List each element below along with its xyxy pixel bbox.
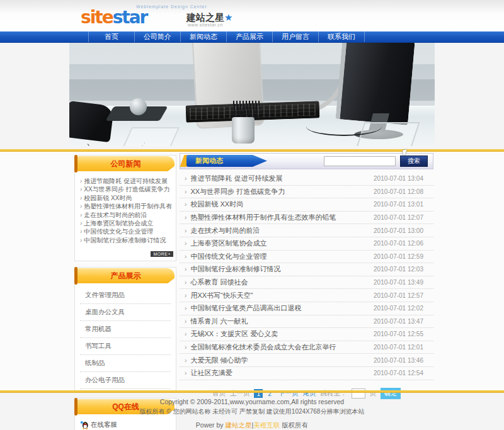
news-title-link[interactable]: › 上海奉贤区制笔协会成立 [180, 239, 266, 248]
news-title-text[interactable]: 心系教育 回馈社会 [188, 278, 248, 286]
news-title-link[interactable]: › 无锡XX：支援灾区 爱心义卖 [180, 329, 278, 339]
news-row: › 上海奉贤区制笔协会成立2010-07-01 12:06 [180, 237, 433, 251]
news-title-link[interactable]: › 心系教育 回馈社会 [180, 278, 248, 287]
news-date: 2010-07-01 12:08 [374, 188, 433, 195]
news-title-link[interactable]: › 走在技术与时尚的前沿 [180, 226, 260, 235]
news-title-text[interactable]: 中国制笔行业笔类产品调高出口退税 [188, 304, 301, 312]
footer-link-sitestar[interactable]: 建站之星 [226, 421, 252, 429]
news-row: › 中国传统文化与企业管理2010-07-01 12:59 [180, 251, 433, 264]
site-logo[interactable]: Webtemplate Design Center sitestar 建站之星★… [81, 4, 226, 29]
news-title-link[interactable]: › 让社区充满爱 [180, 368, 232, 378]
news-date: 2010-07-01 12:01 [374, 344, 433, 351]
nav-item[interactable]: 首页 [88, 31, 135, 42]
sidebar-news-item[interactable]: ›XX与世界同步 打造低碳竞争力 [80, 185, 172, 193]
news-section-title: 新闻动态 [186, 155, 267, 167]
nav-item[interactable]: 联系我们 [319, 31, 365, 42]
news-title-link[interactable]: › 情系青川 六一献礼 [180, 317, 248, 326]
main-nav: 首页公司简介新闻动态产品展示用户留言联系我们 [0, 31, 504, 43]
news-title-text[interactable]: 上海奉贤区制笔协会成立 [188, 239, 266, 247]
news-title-text[interactable]: 校园新锐 XX时尚 [188, 200, 243, 208]
sidebar-news-item[interactable]: ›中国制笔行业标准制修订情况 [80, 236, 172, 244]
news-date: 2010-07-01 12:59 [374, 253, 433, 260]
banner-photo [69, 43, 435, 146]
news-row: › 无锡XX：支援灾区 爱心义卖2010-07-01 12:55 [180, 328, 433, 341]
news-title-link[interactable]: › XX与世界同步 打造低碳竞争力 [180, 187, 285, 196]
news-title-link[interactable]: › 中国传统文化与企业管理 [180, 252, 266, 261]
cable [306, 117, 382, 136]
news-row: › 心系教育 回馈社会2010-07-01 13:49 [180, 276, 433, 290]
sidebar-news-link[interactable]: 校园新锐 XX时尚 [84, 195, 132, 201]
sidebar-product-item[interactable]: 纸制品 [80, 355, 171, 372]
document-tray-left [123, 127, 180, 146]
chevron-bullet-icon: › [185, 292, 186, 299]
news-title-text[interactable]: 无锡XX：支援灾区 爱心义卖 [188, 330, 278, 337]
news-title-text[interactable]: 全国制笔标准化技术委员会成立大会在北京举行 [188, 343, 336, 351]
news-title-text[interactable]: 用XX书写“快乐天空” [188, 291, 253, 299]
news-date: 2010-07-01 12:07 [374, 214, 433, 221]
chevron-bullet-icon: › [80, 228, 82, 235]
news-title-text[interactable]: 大爱无限 倾心助学 [188, 356, 248, 364]
sidebar-news-item[interactable]: ›推进节能降耗 促进可持续发展 [80, 177, 172, 185]
news-title-text[interactable]: 让社区充满爱 [188, 369, 232, 376]
news-title-text[interactable]: XX与世界同步 打造低碳竞争力 [188, 188, 285, 195]
sidebar-news-link[interactable]: 中国制笔行业标准制修订情况 [84, 237, 166, 244]
news-date: 2010-07-01 13:01 [374, 201, 433, 208]
chevron-bullet-icon: › [80, 220, 82, 227]
news-date: 2010-07-01 12:03 [374, 266, 433, 273]
nav-item[interactable]: 新闻动态 [181, 31, 227, 42]
news-title-link[interactable]: › 推进节能降耗 促进可持续发展 [180, 174, 282, 183]
news-date: 2010-07-01 12:54 [374, 370, 433, 376]
news-row: › XX与世界同步 打造低碳竞争力2010-07-01 12:08 [180, 186, 433, 199]
news-title-link[interactable]: › 全国制笔标准化技术委员会成立大会在北京举行 [180, 342, 336, 352]
news-title-link[interactable]: › 校园新锐 XX时尚 [180, 200, 243, 209]
news-date: 2010-07-01 13:49 [374, 279, 433, 286]
news-title-text[interactable]: 走在技术与时尚的前沿 [188, 227, 260, 234]
sidebar-news-title[interactable]: 公司新闻 [77, 156, 175, 171]
sidebar-news-item[interactable]: ›热塑性弹性体材料用于制作具有生... [80, 202, 172, 210]
news-title-text[interactable]: 中国制笔行业标准制修订情况 [188, 265, 280, 273]
sidebar-product-item[interactable]: 常用机器 [80, 321, 171, 338]
nav-item[interactable]: 用户留言 [273, 31, 319, 42]
sidebar-news-link[interactable]: 推进节能降耗 促进可持续发展 [84, 178, 168, 184]
footer: Copyright © 2009-2011,www.yourname.com,A… [0, 393, 504, 430]
sidebar-news-link[interactable]: XX与世界同步 打造低碳竞争力 [84, 186, 169, 193]
sidebar-product-item[interactable]: 文件管理用品 [80, 287, 171, 304]
chevron-bullet-icon: › [185, 188, 186, 195]
news-title-link[interactable]: › 热塑性弹性体材料用于制作具有生态效率的铅笔 [180, 213, 336, 222]
news-title-link[interactable]: › 中国制笔行业标准制修订情况 [180, 264, 280, 274]
nav-item[interactable]: 公司简介 [135, 31, 181, 42]
news-title-link[interactable]: › 中国制笔行业笔类产品调高出口退税 [180, 303, 301, 313]
news-row: › 推进节能降耗 促进可持续发展2010-07-01 13:04 [180, 173, 433, 186]
sidebar-product-item[interactable]: 办公电子用品 [80, 372, 171, 389]
news-title-text[interactable]: 热塑性弹性体材料用于制作具有生态效率的铅笔 [188, 213, 336, 221]
sidebar-news-item[interactable]: ›中国传统文化与企业管理 [80, 227, 172, 235]
footer-link-cndns[interactable]: 美橙互联 [253, 421, 280, 429]
news-title-link[interactable]: › 用XX书写“快乐天空” [180, 291, 253, 300]
sidebar-news-link[interactable]: 中国传统文化与企业管理 [84, 228, 153, 235]
paperweight [130, 98, 147, 115]
sidebar-news-link[interactable]: 上海奉贤区制笔协会成立 [84, 220, 153, 227]
more-button[interactable]: MORE+ [151, 251, 173, 257]
sidebar-news-link[interactable]: 热塑性弹性体材料用于制作具有生... [84, 203, 172, 210]
sidebar-product-item[interactable]: 书写工具 [80, 338, 171, 355]
chevron-bullet-icon: › [185, 175, 186, 182]
sidebar-news-item[interactable]: ›走在技术与时尚的前沿 [80, 211, 172, 219]
site-header: Webtemplate Design Center sitestar 建站之星★… [0, 0, 504, 31]
search-button[interactable]: 搜索 [400, 156, 428, 167]
news-title-text[interactable]: 情系青川 六一献礼 [188, 317, 248, 325]
chevron-bullet-icon: › [185, 370, 186, 376]
sidebar-products-title[interactable]: 产品展示 [77, 268, 175, 283]
chevron-bullet-icon: › [185, 318, 186, 325]
sidebar-news-item[interactable]: ›上海奉贤区制笔协会成立 [80, 219, 172, 227]
sidebar-product-item[interactable]: 桌面办公文具 [80, 304, 171, 321]
nav-item[interactable]: 产品展示 [227, 31, 273, 42]
news-title-text[interactable]: 推进节能降耗 促进可持续发展 [188, 174, 282, 182]
logo-site-text: site [81, 7, 113, 28]
news-title-link[interactable]: › 大爱无限 倾心助学 [180, 356, 248, 365]
search-input[interactable] [324, 156, 396, 166]
chevron-bullet-icon: › [185, 201, 186, 208]
news-title-text[interactable]: 中国传统文化与企业管理 [188, 252, 266, 260]
sidebar-news-item[interactable]: ›校园新锐 XX时尚 [80, 194, 172, 202]
sidebar-news-link[interactable]: 走在技术与时尚的前沿 [84, 212, 147, 218]
sidebar-news-more: MORE+ [75, 247, 176, 261]
